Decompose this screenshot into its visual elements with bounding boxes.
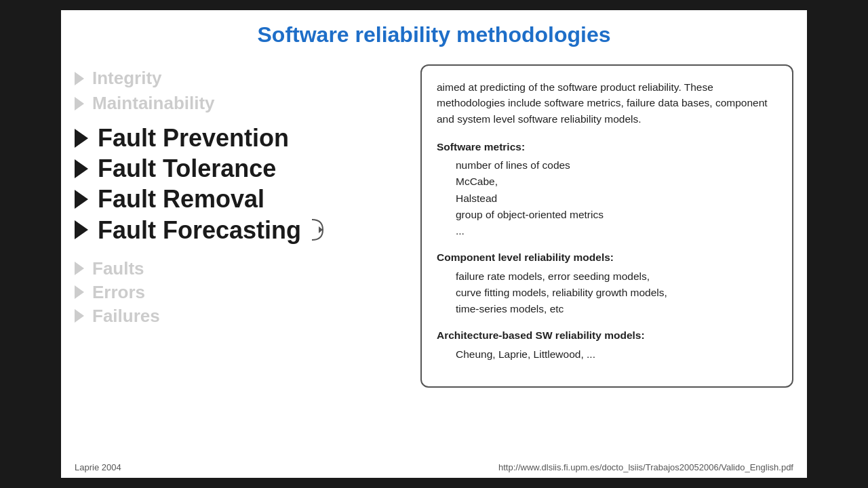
list-item: McCabe, [456, 174, 777, 189]
list-item: number of lines of codes [456, 157, 777, 173]
left-panel: Integrity Maintainability Fault Preventi… [75, 61, 407, 451]
arrow-icon-errors [75, 285, 84, 299]
section-items-architecture-models: Cheung, Laprie, Littlewood, ... [437, 346, 777, 362]
arrow-icon-fault-tolerance [75, 159, 88, 178]
arrow-icon-faults [75, 262, 84, 275]
slide: Software reliability methodologies Integ… [61, 10, 807, 478]
info-section-architecture-models: Architecture-based SW reliability models… [437, 327, 777, 362]
faded-item-errors: Errors [75, 282, 407, 303]
arrow-icon-integrity [75, 72, 84, 85]
info-section-component-models: Component level reliability models: fail… [437, 249, 777, 317]
faded-item-failures: Failures [75, 306, 407, 327]
arrow-icon-failures [75, 309, 84, 323]
arrow-icon-fault-forecasting [75, 220, 88, 239]
section-items-component-models: failure rate models, error seeding model… [437, 268, 777, 317]
section-title-software-metrics: Software metrics: [437, 139, 777, 155]
active-item-fault-prevention: Fault Prevention [75, 123, 407, 152]
list-item: failure rate models, error seeding model… [456, 268, 777, 284]
right-panel: aimed at predicting of the software prod… [420, 61, 793, 451]
bracket-icon [311, 216, 331, 243]
section-title-component-models: Component level reliability models: [437, 249, 777, 265]
active-list: Fault Prevention Fault Tolerance Fault R… [75, 123, 407, 246]
list-item: ... [456, 223, 777, 239]
active-item-fault-removal: Fault Removal [75, 184, 407, 214]
list-item: curve fitting models, reliability growth… [456, 285, 777, 300]
footer-left: Laprie 2004 [75, 462, 121, 472]
section-title-architecture-models: Architecture-based SW reliability models… [437, 327, 777, 343]
slide-header: Software reliability methodologies [61, 10, 807, 54]
list-item: time-series models, etc [456, 301, 777, 317]
faded-bottom: Faults Errors Failures [75, 258, 407, 329]
info-section-software-metrics: Software metrics: number of lines of cod… [437, 139, 777, 239]
arrow-icon-maintainability [75, 97, 84, 110]
faded-item-maintainability: Maintainability [75, 93, 407, 114]
faded-item-integrity: Integrity [75, 68, 407, 89]
slide-body: Integrity Maintainability Fault Preventi… [61, 54, 807, 458]
list-item: Cheung, Laprie, Littlewood, ... [456, 346, 777, 362]
section-items-software-metrics: number of lines of codes McCabe, Halstea… [437, 157, 777, 239]
list-item: group of object-oriented metrics [456, 207, 777, 222]
arrow-icon-fault-prevention [75, 129, 88, 148]
active-item-fault-tolerance: Fault Tolerance [75, 154, 407, 183]
active-item-fault-forecasting: Fault Forecasting [75, 216, 407, 245]
slide-title: Software reliability methodologies [75, 22, 793, 47]
list-item: Halstead [456, 190, 777, 206]
info-intro: aimed at predicting of the software prod… [437, 79, 777, 127]
footer-right: http://www.dlsiis.fi.upm.es/docto_lsiis/… [498, 462, 793, 472]
arrow-icon-fault-removal [75, 190, 88, 209]
slide-footer: Laprie 2004 http://www.dlsiis.fi.upm.es/… [61, 458, 807, 478]
info-box: aimed at predicting of the software prod… [420, 64, 793, 388]
faded-item-faults: Faults [75, 258, 407, 279]
